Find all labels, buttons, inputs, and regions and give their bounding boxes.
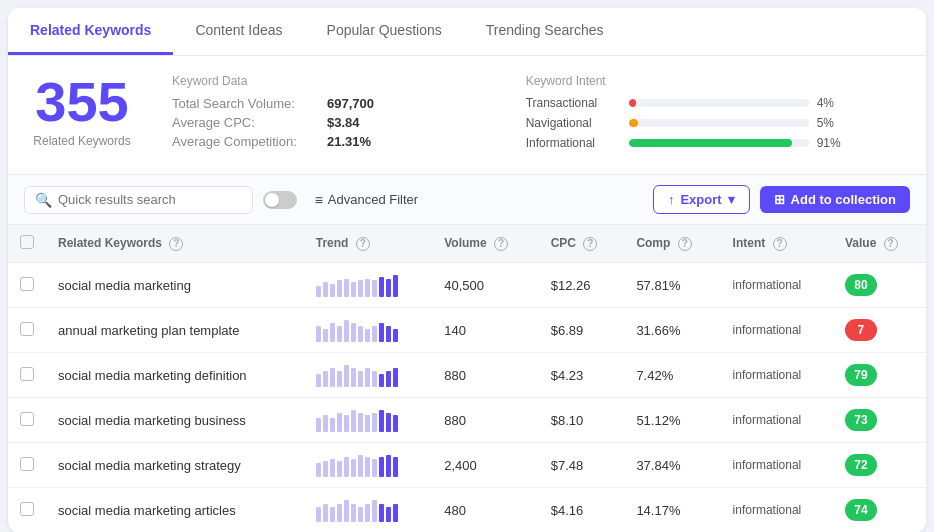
tab-related-keywords[interactable]: Related Keywords (8, 8, 173, 55)
row-checkbox[interactable] (20, 367, 34, 381)
search-icon: 🔍 (35, 192, 52, 208)
th-trend-label: Trend (316, 236, 349, 250)
table-row: social media marketing articles480$4.161… (8, 488, 926, 533)
keyword-cell: social media marketing business (46, 398, 304, 443)
search-wrap[interactable]: 🔍 (24, 186, 253, 214)
volume-cell: 2,400 (432, 443, 538, 488)
th-trend: Trend ? (304, 225, 433, 263)
keyword-cell: social media marketing (46, 263, 304, 308)
intent-bar-bg-navigational (629, 119, 809, 127)
cpc-cell: $12.26 (539, 263, 625, 308)
table-row: social media marketing definition880$4.2… (8, 353, 926, 398)
toggle-knob (265, 193, 279, 207)
value-cell: 72 (833, 443, 926, 488)
th-value-info-icon[interactable]: ? (884, 237, 898, 251)
comp-cell: 7.42% (624, 353, 720, 398)
tab-bar: Related Keywords Content Ideas Popular Q… (8, 8, 926, 56)
intent-bar-bg-transactional (629, 99, 809, 107)
kd-row-comp: Average Competition: 21.31% (172, 134, 486, 149)
intent-bar-informational (629, 139, 793, 147)
volume-cell: 480 (432, 488, 538, 533)
controls-bar: 🔍 ≡ Advanced Filter ↑ Export ▾ ⊞ Add to … (8, 175, 926, 225)
intent-heading: Keyword Intent (526, 74, 902, 88)
value-cell: 80 (833, 263, 926, 308)
keyword-data-section: Keyword Data Total Search Volume: 697,70… (172, 74, 486, 153)
th-cpc-info-icon[interactable]: ? (583, 237, 597, 251)
th-intent-info-icon[interactable]: ? (773, 237, 787, 251)
add-to-collection-button[interactable]: ⊞ Add to collection (760, 186, 910, 213)
intent-pct-informational: 91% (817, 136, 847, 150)
keyword-data-heading: Keyword Data (172, 74, 486, 88)
intent-bar-navigational (629, 119, 638, 127)
table-row: annual marketing plan template140$6.8931… (8, 308, 926, 353)
th-keywords-info-icon[interactable]: ? (169, 237, 183, 251)
tab-popular-questions[interactable]: Popular Questions (305, 8, 464, 55)
intent-bar-bg-informational (629, 139, 809, 147)
value-badge: 7 (845, 319, 877, 341)
filter-icon: ≡ (315, 192, 323, 208)
trend-cell (304, 488, 433, 533)
kd-row-cpc: Average CPC: $3.84 (172, 115, 486, 130)
intent-cell: informational (721, 263, 833, 308)
intent-cell: informational (721, 443, 833, 488)
keyword-cell: social media marketing strategy (46, 443, 304, 488)
intent-cell: informational (721, 488, 833, 533)
th-intent-label: Intent (733, 236, 766, 250)
main-container: Related Keywords Content Ideas Popular Q… (0, 0, 934, 532)
th-checkbox (8, 225, 46, 263)
cpc-cell: $7.48 (539, 443, 625, 488)
th-comp-info-icon[interactable]: ? (678, 237, 692, 251)
th-comp-label: Comp (636, 236, 670, 250)
value-cell: 79 (833, 353, 926, 398)
kd-value-cpc: $3.84 (327, 115, 360, 130)
table-header-row: Related Keywords ? Trend ? Volume ? CP (8, 225, 926, 263)
th-intent: Intent ? (721, 225, 833, 263)
row-checkbox[interactable] (20, 457, 34, 471)
trend-cell (304, 308, 433, 353)
export-chevron-icon: ▾ (728, 192, 735, 207)
intent-row-navigational: Navigational 5% (526, 116, 902, 130)
row-checkbox[interactable] (20, 322, 34, 336)
kd-label-volume: Total Search Volume: (172, 96, 327, 111)
th-keywords-label: Related Keywords (58, 236, 162, 250)
intent-label-navigational: Navigational (526, 116, 621, 130)
export-button[interactable]: ↑ Export ▾ (653, 185, 750, 214)
table-row: social media marketing40,500$12.2657.81%… (8, 263, 926, 308)
intent-pct-transactional: 4% (817, 96, 847, 110)
th-value-label: Value (845, 236, 876, 250)
intent-cell: informational (721, 353, 833, 398)
main-card: Related Keywords Content Ideas Popular Q… (8, 8, 926, 532)
add-icon: ⊞ (774, 192, 785, 207)
toggle-switch[interactable] (263, 191, 297, 209)
value-cell: 73 (833, 398, 926, 443)
toggle-wrap[interactable] (263, 191, 297, 209)
th-trend-info-icon[interactable]: ? (356, 237, 370, 251)
th-comp: Comp ? (624, 225, 720, 263)
trend-cell (304, 353, 433, 398)
keyword-cell: social media marketing articles (46, 488, 304, 533)
comp-cell: 14.17% (624, 488, 720, 533)
volume-cell: 880 (432, 398, 538, 443)
advanced-filter-button[interactable]: ≡ Advanced Filter (307, 188, 427, 212)
header-checkbox[interactable] (20, 235, 34, 249)
th-volume-info-icon[interactable]: ? (494, 237, 508, 251)
kd-label-comp: Average Competition: (172, 134, 327, 149)
th-keywords: Related Keywords ? (46, 225, 304, 263)
intent-cell: informational (721, 308, 833, 353)
table-row: social media marketing business880$8.105… (8, 398, 926, 443)
cpc-cell: $8.10 (539, 398, 625, 443)
th-cpc: CPC ? (539, 225, 625, 263)
comp-cell: 51.12% (624, 398, 720, 443)
keyword-cell: annual marketing plan template (46, 308, 304, 353)
search-input[interactable] (58, 192, 242, 207)
row-checkbox[interactable] (20, 412, 34, 426)
kd-value-volume: 697,700 (327, 96, 374, 111)
kd-value-comp: 21.31% (327, 134, 371, 149)
tab-content-ideas[interactable]: Content Ideas (173, 8, 304, 55)
tab-trending-searches[interactable]: Trending Searches (464, 8, 626, 55)
keyword-count: 355 Related Keywords (32, 74, 132, 148)
row-checkbox[interactable] (20, 277, 34, 291)
intent-row-transactional: Transactional 4% (526, 96, 902, 110)
row-checkbox[interactable] (20, 502, 34, 516)
comp-cell: 31.66% (624, 308, 720, 353)
